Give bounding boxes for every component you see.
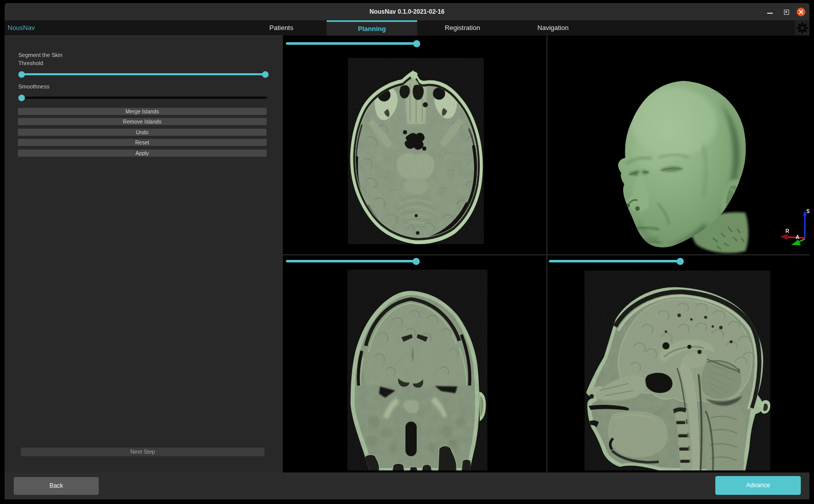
- svg-text:S: S: [806, 209, 809, 214]
- svg-text:R: R: [786, 228, 790, 234]
- svg-text:A: A: [796, 234, 799, 240]
